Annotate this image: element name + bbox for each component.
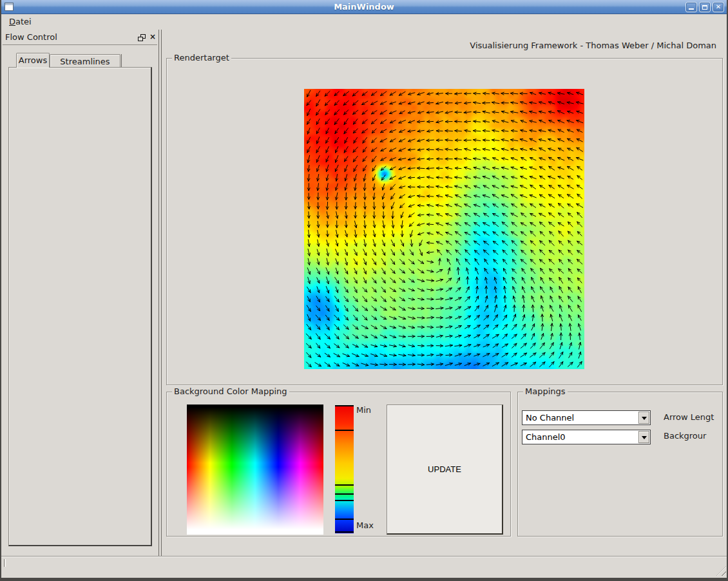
colorbar-tick-marker[interactable] [335,519,354,520]
main-window: MainWindow ✕ Datei Flow Control × Arrows… [0,0,728,581]
arrow-length-label: Arrow Lengt [664,412,723,422]
colorbar-tick-marker[interactable] [335,484,354,486]
mappings-legend: Mappings [523,386,568,396]
minimize-button[interactable] [685,2,697,12]
tab-streamlines[interactable]: Streamlines [50,54,120,68]
chevron-down-icon [642,436,647,439]
dock-splitter-handle[interactable] [158,30,162,556]
color-picker-gradient[interactable] [187,405,323,535]
status-bar [0,556,728,578]
arrows-tab-pane [8,67,152,546]
close-button[interactable]: ✕ [713,2,724,12]
colorbar-tick-marker[interactable] [335,405,354,406]
chevron-down-icon [642,417,647,420]
menu-item-datei[interactable]: Datei [5,15,35,28]
colorbar-tick-marker[interactable] [335,493,354,495]
flow-field-visualization [304,89,584,369]
window-title: MainWindow [0,2,728,12]
status-bar-separator [4,559,6,567]
colorbar-tick-marker[interactable] [335,430,354,431]
background-channel-combobox[interactable]: Channel0 [522,430,651,444]
colorbar-max-label: Max [356,520,374,530]
title-bar[interactable]: MainWindow ✕ [0,0,728,14]
combobox-dropdown-button[interactable] [638,431,649,443]
resize-grip[interactable] [716,566,726,576]
dock-titlebar-flow-control[interactable]: Flow Control × [3,31,157,45]
dock-close-icon[interactable]: × [149,32,156,41]
arrow-length-channel-combobox[interactable]: No Channel [522,410,651,425]
window-border-left [0,0,1,581]
transfer-function-colorbar[interactable] [335,406,354,533]
close-icon: ✕ [716,3,721,10]
background-label: Backgrour [664,431,723,441]
dock-title: Flow Control [5,32,57,42]
tab-arrows[interactable]: Arrows [16,53,50,68]
window-border-bottom [0,578,728,581]
dock-float-icon[interactable] [138,34,146,41]
colorbar-tick-marker[interactable] [335,531,354,533]
maximize-button[interactable] [699,2,711,12]
arrow-length-channel-value: No Channel [526,413,574,423]
maximize-icon [702,5,707,10]
combobox-dropdown-button[interactable] [638,412,649,424]
update-button[interactable]: UPDATE [387,405,503,535]
tabbar-separator [121,54,122,67]
minimize-icon [689,8,694,10]
rendertarget-legend: Rendertarget [172,53,231,62]
background-color-mapping-legend: Background Color Mapping [172,386,289,396]
colorbar-min-label: Min [356,405,371,415]
menu-bar: Datei [0,14,728,30]
colorbar-tick-marker[interactable] [335,500,354,501]
framework-credit-label: Visualisierung Framework - Thomas Weber … [162,41,716,50]
background-channel-value: Channel0 [526,432,566,442]
